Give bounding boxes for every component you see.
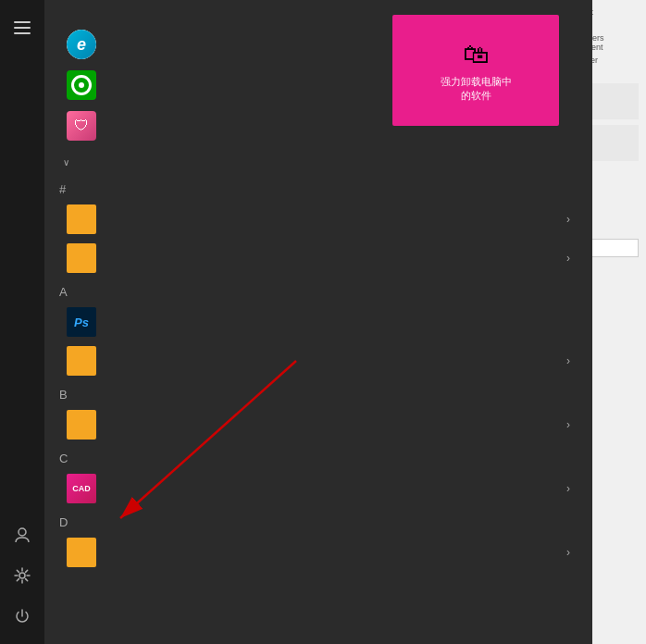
expand-section: ∨ — [44, 154, 592, 175]
app-icon-360-security — [67, 204, 96, 234]
app-icon-ethereal: e — [67, 30, 96, 59]
alpha-header-c: C — [59, 444, 578, 469]
app-list: # › › A Ps — [44, 175, 592, 644]
app-item-virus[interactable]: 🛡 — [59, 105, 378, 146]
tile-text: 强力卸载电脑中的软件 — [441, 75, 512, 102]
user-icon[interactable] — [9, 522, 35, 548]
app-arrow-baidu: › — [566, 418, 570, 431]
hamburger-line-2 — [14, 27, 31, 29]
app-item-360[interactable] — [59, 65, 378, 105]
app-icon-ps2020: Ps — [67, 307, 96, 337]
tiles-area: 🛍 强力卸载电脑中的软件 — [392, 15, 578, 146]
hamburger-line-1 — [14, 21, 31, 23]
power-icon[interactable] — [9, 603, 35, 629]
expand-link[interactable]: ∨ — [59, 157, 578, 167]
tile-uninstall[interactable]: 🛍 强力卸载电脑中的软件 — [392, 15, 559, 126]
sidebar-bottom — [9, 522, 35, 629]
alpha-header-b: B — [59, 380, 578, 405]
list-item-ding[interactable]: › — [59, 533, 578, 572]
tile-icon: 🛍 — [463, 39, 489, 69]
app-icon-360 — [67, 70, 96, 100]
list-item-baidu[interactable]: › — [59, 405, 578, 444]
svg-point-0 — [19, 528, 26, 536]
app-icon-ding — [67, 538, 96, 567]
app-icon-cad: CAD — [67, 474, 96, 503]
alpha-header-a: A — [59, 278, 578, 303]
hamburger-button[interactable] — [9, 15, 35, 41]
sidebar — [0, 0, 44, 644]
alpha-header-d: D — [59, 508, 578, 533]
start-menu: e 🛡 — [0, 0, 592, 644]
list-item-400-pwd[interactable]: › — [59, 239, 578, 278]
list-item-ps2020[interactable]: Ps — [59, 303, 578, 341]
app-icon-virus: 🛡 — [67, 111, 96, 141]
hamburger-line-3 — [14, 32, 31, 34]
app-arrow-pscs6: › — [566, 354, 570, 367]
app-item-ethereal[interactable]: e — [59, 24, 378, 65]
expand-arrow-icon: ∨ — [63, 157, 69, 167]
app-icon-baidu — [67, 410, 96, 440]
app-arrow-cad: › — [566, 482, 570, 495]
list-item-cad[interactable]: CAD › — [59, 469, 578, 508]
app-icon-pscs6 — [67, 346, 96, 376]
list-item-360-security[interactable]: › — [59, 200, 578, 239]
main-content: e 🛡 — [44, 0, 592, 644]
settings-icon[interactable] — [9, 563, 35, 588]
app-arrow-ding: › — [566, 546, 570, 559]
alpha-header-hash: # — [59, 175, 578, 200]
app-icon-400-pwd — [67, 243, 96, 273]
app-arrow-400-pwd: › — [566, 252, 570, 265]
svg-point-1 — [19, 573, 25, 578]
top-section: e 🛡 — [44, 0, 592, 154]
list-item-pscs6[interactable]: › — [59, 341, 578, 380]
app-arrow-360-security: › — [566, 213, 570, 226]
recent-list: e 🛡 — [59, 15, 378, 146]
